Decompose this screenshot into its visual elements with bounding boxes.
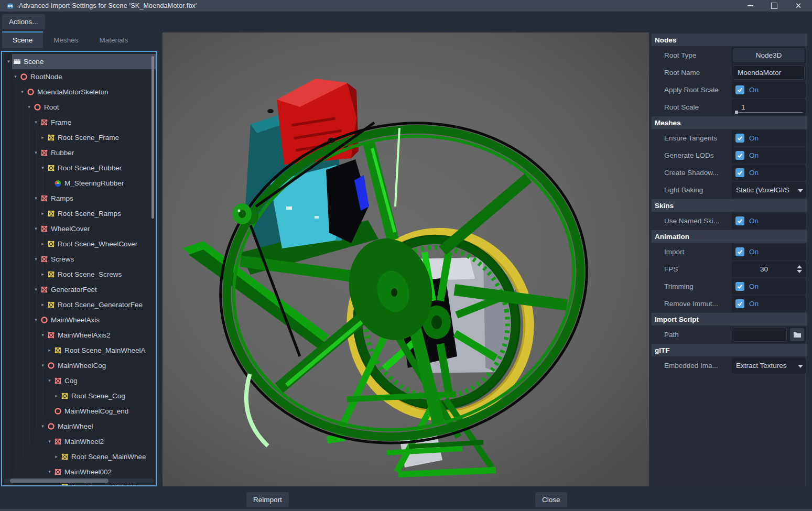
checkbox-checked[interactable] <box>735 134 744 143</box>
tree-vertical-scrollbar[interactable] <box>151 56 154 219</box>
collapse-arrow[interactable]: ▸ <box>39 130 46 145</box>
tree-item[interactable]: ▸Root Scene_Cog <box>2 388 156 404</box>
bone-icon <box>54 468 62 476</box>
slider-handle[interactable] <box>735 111 738 114</box>
maximize-button[interactable] <box>770 2 778 10</box>
expand-arrow[interactable]: ▾ <box>12 69 19 84</box>
expand-arrow[interactable]: ▾ <box>33 221 39 236</box>
property-label: FPS <box>652 261 732 277</box>
dropdown-value[interactable]: Extract Textures <box>732 362 787 369</box>
tree-item[interactable]: M_SteeringRubber <box>2 176 156 191</box>
tree-item-label: Root <box>44 103 59 111</box>
tree-item[interactable]: ▸Root Scene_Frame <box>2 130 156 145</box>
collapse-arrow[interactable]: ▸ <box>39 267 46 282</box>
collapse-arrow[interactable]: ▸ <box>46 343 53 358</box>
tree-item[interactable]: ▾RootNode <box>2 69 156 84</box>
tree-item[interactable]: ▸Root Scene_Ramps <box>2 206 156 221</box>
collapse-arrow[interactable]: ▸ <box>39 206 46 221</box>
expand-arrow[interactable]: ▾ <box>46 373 53 388</box>
tree-item[interactable]: ▾Root <box>2 100 156 115</box>
dropdown-value[interactable]: Static (VoxelGI/S <box>732 186 789 194</box>
expand-arrow[interactable]: ▾ <box>46 434 53 449</box>
tree-item[interactable]: ▾MainWheelAxis <box>2 312 156 328</box>
expand-arrow[interactable]: ▾ <box>33 282 39 297</box>
browse-folder-button[interactable] <box>790 328 804 341</box>
tree-item[interactable]: ▸Root Scene_MainWheelA <box>2 343 156 358</box>
expand-arrow[interactable]: ▾ <box>33 191 39 206</box>
collapse-arrow[interactable]: ▸ <box>53 388 60 404</box>
root-type-button[interactable]: Node3D <box>733 48 805 62</box>
checkbox-checked[interactable] <box>735 168 744 177</box>
tree-item[interactable]: ▸Root Scene_GeneratorFee <box>2 297 156 312</box>
tree-item[interactable]: ▾WheelCover <box>2 221 156 236</box>
tree-item[interactable]: ▾Root Scene_Rubber <box>2 160 156 176</box>
tree-item[interactable]: ▾MainWheelCog <box>2 358 156 373</box>
expand-arrow[interactable]: ▾ <box>46 464 53 480</box>
tree-item-label: Root Scene_Rubber <box>58 164 122 172</box>
collapse-arrow[interactable]: ▸ <box>39 297 46 312</box>
tree-item[interactable]: ▸Root Scene_WheelCover <box>2 236 156 252</box>
checkbox-checked[interactable] <box>735 282 744 291</box>
chevron-down-icon[interactable] <box>798 189 803 192</box>
tree-item[interactable]: ▾Scene <box>2 54 156 69</box>
expand-arrow[interactable]: ▾ <box>5 54 12 69</box>
window-bottom-edge <box>0 509 812 511</box>
tree-item[interactable]: ▾Rubber <box>2 145 156 160</box>
expand-arrow[interactable]: ▾ <box>39 358 46 373</box>
tree-item[interactable]: ▾Screws <box>2 252 156 267</box>
tree-item[interactable]: ▾MainWheelAxis2 <box>2 328 156 343</box>
tree-item-label: Frame <box>51 118 71 126</box>
tree-item[interactable]: ▸Root Scene_Screws <box>2 267 156 282</box>
tree-item[interactable]: ▾Ramps <box>2 191 156 206</box>
checkbox-checked[interactable] <box>735 247 744 256</box>
tree-horizontal-scrollbar-thumb[interactable] <box>10 479 109 483</box>
collapse-arrow[interactable]: ▸ <box>39 236 46 252</box>
expand-arrow[interactable]: ▾ <box>39 328 46 343</box>
minimize-button[interactable] <box>746 2 754 10</box>
expand-arrow[interactable]: ▾ <box>39 160 46 176</box>
tab-meshes[interactable]: Meshes <box>43 31 89 48</box>
expand-arrow[interactable]: ▾ <box>33 145 39 160</box>
spinbox-value[interactable]: 30 <box>732 265 806 273</box>
expand-arrow[interactable]: ▾ <box>33 115 39 130</box>
tree-item[interactable]: ▾Frame <box>2 115 156 130</box>
tab-materials[interactable]: Materials <box>89 31 139 48</box>
property-row: Remove Immut...On <box>652 296 807 312</box>
expand-arrow[interactable]: ▾ <box>39 419 46 434</box>
tab-scene[interactable]: Scene <box>2 31 43 48</box>
checkbox-checked[interactable] <box>735 299 744 308</box>
tree-item[interactable]: ▸Root Scene_MainWhee <box>2 449 156 464</box>
tree-item[interactable]: MainWheelCog_end <box>2 404 156 419</box>
tree-item[interactable]: ▾MainWheel002 <box>2 464 156 480</box>
close-window-button[interactable]: ✕ <box>794 2 803 10</box>
mesh-icon <box>47 301 55 309</box>
3d-preview-viewport[interactable] <box>163 32 649 486</box>
checkbox-state-label: On <box>749 134 759 142</box>
expand-arrow[interactable]: ▾ <box>33 312 39 328</box>
actions-menu-button[interactable]: Actions... <box>2 14 45 29</box>
expand-arrow[interactable]: ▾ <box>33 252 39 267</box>
expand-arrow[interactable]: ▾ <box>26 100 33 115</box>
collapse-arrow[interactable]: ▸ <box>53 449 60 464</box>
chevron-down-icon[interactable] <box>798 365 803 368</box>
expand-arrow[interactable]: ▾ <box>19 84 26 100</box>
tree-item[interactable]: ▾MainWheel <box>2 419 156 434</box>
titlebar[interactable]: Advanced Import Settings for Scene 'SK_M… <box>0 0 812 12</box>
path-input[interactable] <box>733 328 787 342</box>
tree-horizontal-scrollbar[interactable] <box>4 479 154 483</box>
tree-item[interactable]: ▾MainWheel2 <box>2 434 156 449</box>
slider-track[interactable] <box>736 112 803 113</box>
text-input[interactable]: MoendaMotor <box>733 66 805 80</box>
tree-item[interactable]: ▾MoendaMotorSkeleton <box>2 84 156 100</box>
tree-item[interactable]: ▾GeneratorFeet <box>2 282 156 297</box>
scene-tree-panel[interactable]: ▾Scene▾RootNode▾MoendaMotorSkeleton▾Root… <box>1 51 157 486</box>
checkbox-checked[interactable] <box>735 85 744 94</box>
checkbox-checked[interactable] <box>735 151 744 160</box>
spinbox-arrows[interactable] <box>797 265 802 273</box>
reimport-button[interactable]: Reimport <box>246 492 289 507</box>
checkbox-state-label: On <box>749 86 759 94</box>
slider-value[interactable]: 1 <box>732 103 745 111</box>
tree-item[interactable]: ▾Cog <box>2 373 156 388</box>
checkbox-checked[interactable] <box>735 216 744 225</box>
close-button[interactable]: Close <box>535 492 567 507</box>
